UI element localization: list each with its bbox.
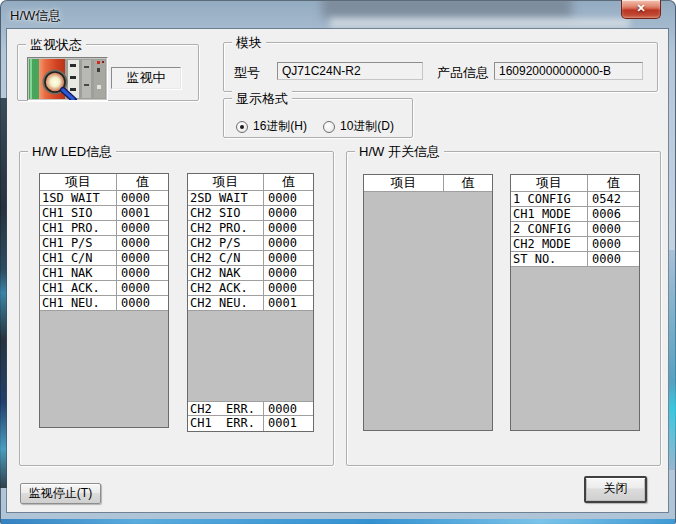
table-row: CH2 MODE0000 (511, 237, 639, 252)
stop-monitor-button[interactable]: 监视停止(T) (20, 483, 101, 504)
item-cell: CH1 C/N (40, 251, 116, 265)
item-cell: CH1 SIO (40, 206, 116, 220)
header-value-cell: 值 (116, 174, 168, 190)
hw-led-info-group-label: H/W LED信息 (28, 144, 116, 159)
value-cell: 0000 (116, 281, 168, 295)
header-value-cell: 值 (263, 174, 313, 190)
value-cell: 0000 (263, 206, 313, 220)
item-cell: CH2 SIO (188, 206, 263, 220)
display-format-group: 显示格式 16进制(H) 10进制(D) (223, 98, 413, 138)
plc-rack-icon (28, 58, 107, 100)
model-label: 型号 (234, 64, 260, 82)
close-dialog-button[interactable]: 关闭 (584, 476, 647, 503)
radio-hex-label: 16进制(H) (253, 118, 307, 135)
monitor-status-group-label: 监视状态 (26, 37, 86, 52)
table-row: CH1 P/S0000 (40, 236, 168, 251)
window-title: H/W信息 (10, 7, 61, 25)
value-cell: 0000 (116, 236, 168, 250)
title-bar[interactable]: H/W信息 ✕ (0, 0, 676, 29)
value-cell: 0000 (587, 252, 639, 266)
close-icon: ✕ (636, 2, 645, 14)
item-cell: 1 CONFIG (511, 192, 587, 206)
table-row: 2 CONFIG0000 (511, 222, 639, 237)
item-cell: CH2 MODE (511, 237, 587, 251)
value-cell: 0000 (263, 251, 313, 265)
table-row: ST NO.0000 (511, 252, 639, 267)
value-cell: 0000 (116, 251, 168, 265)
value-cell: 0000 (263, 266, 313, 280)
radio-dec-label: 10进制(D) (340, 118, 394, 135)
item-cell: CH2 C/N (188, 251, 263, 265)
item-cell: CH2 NAK (188, 266, 263, 280)
close-button[interactable]: ✕ (621, 0, 661, 19)
led-table-ch1: 项目 值 1SD WAIT0000 CH1 SIO0001 CH1 PRO.00… (39, 173, 169, 428)
header-item-cell: 项目 (364, 175, 443, 191)
monitor-status-box: 监视中 (111, 67, 181, 89)
dialog-window: H/W信息 ✕ 监视状态 (0, 0, 676, 524)
table-row: CH1 PRO.0000 (40, 221, 168, 236)
display-format-group-label: 显示格式 (232, 91, 292, 106)
plc-monitor-image (27, 57, 108, 101)
item-cell: CH2 NEU. (188, 296, 263, 310)
table-header-row: 项目 值 (364, 175, 492, 192)
header-value-cell: 值 (443, 175, 492, 191)
switch-table-empty: 项目 值 (363, 174, 493, 431)
item-cell: 2SD WAIT (188, 191, 263, 205)
value-cell: 0000 (116, 221, 168, 235)
value-cell: 0000 (116, 266, 168, 280)
monitor-status-text: 监视中 (127, 70, 166, 85)
radio-unselected-icon[interactable] (323, 121, 335, 133)
module-group: 模块 型号 QJ71C24N-R2 产品信息 160920000000000-B (223, 42, 658, 92)
header-item-cell: 项目 (188, 174, 263, 190)
item-cell: CH1 P/S (40, 236, 116, 250)
radio-option-hex[interactable]: 16进制(H) (236, 118, 307, 135)
table-row: CH2 PRO.0000 (188, 221, 313, 236)
value-cell: 0000 (116, 191, 168, 205)
table-row: CH2 NAK0000 (188, 266, 313, 281)
dialog-client-area: 监视状态 (7, 29, 668, 512)
item-cell: CH1 ACK. (40, 281, 116, 295)
window-edge-right (669, 250, 676, 470)
table-row: CH1 SIO0001 (40, 206, 168, 221)
item-cell: CH2 ACK. (188, 281, 263, 295)
item-cell: 1SD WAIT (40, 191, 116, 205)
item-cell: CH2 P/S (188, 236, 263, 250)
item-cell: CH2 PRO. (188, 221, 263, 235)
radio-option-dec[interactable]: 10进制(D) (323, 118, 394, 135)
table-row: CH1 NEU.0000 (40, 296, 168, 311)
value-cell: 0000 (263, 402, 313, 415)
hw-led-info-group: H/W LED信息 项目 值 1SD WAIT0000 CH1 SIO0001 … (19, 151, 334, 466)
table-header-row: 项目 值 (511, 175, 639, 192)
switch-table-settings: 项目 值 1 CONFIG0542 CH1 MODE0006 2 CONFIG0… (510, 174, 640, 431)
table-filler (188, 311, 313, 401)
table-row: CH2 C/N0000 (188, 251, 313, 266)
hw-switch-info-group: H/W 开关信息 项目 值 项目 值 1 CONFIG0542 CH1 MODE… (346, 151, 661, 466)
value-cell: 0000 (263, 236, 313, 250)
value-cell: 0542 (587, 192, 639, 206)
item-cell: CH1 ERR. (188, 416, 263, 431)
value-cell: 0001 (263, 416, 313, 431)
radio-selected-icon[interactable] (236, 121, 248, 133)
table-row: 1 CONFIG0542 (511, 192, 639, 207)
table-row: CH2 P/S0000 (188, 236, 313, 251)
value-cell: 0000 (587, 237, 639, 251)
table-header-row: 项目 值 (188, 174, 313, 191)
value-cell: 0000 (263, 221, 313, 235)
item-cell: 2 CONFIG (511, 222, 587, 236)
table-row: 1SD WAIT0000 (40, 191, 168, 206)
hw-switch-info-group-label: H/W 开关信息 (355, 144, 444, 159)
product-info-value-field: 160920000000000-B (494, 62, 643, 80)
value-cell: 0000 (587, 222, 639, 236)
table-filler (40, 311, 168, 427)
header-value-cell: 值 (587, 175, 639, 191)
item-cell: CH1 NAK (40, 266, 116, 280)
table-row: CH2 SIO0000 (188, 206, 313, 221)
table-row: CH1 NAK0000 (40, 266, 168, 281)
window-edge-left (0, 98, 7, 488)
header-item-cell: 项目 (511, 175, 587, 191)
table-row: CH2 ACK.0000 (188, 281, 313, 296)
monitor-status-group: 监视状态 (17, 44, 199, 101)
led-table-ch2: 项目 值 2SD WAIT0000 CH2 SIO0000 CH2 PRO.00… (187, 173, 314, 432)
model-value-field: QJ71C24N-R2 (277, 62, 423, 80)
value-cell: 0000 (263, 281, 313, 295)
